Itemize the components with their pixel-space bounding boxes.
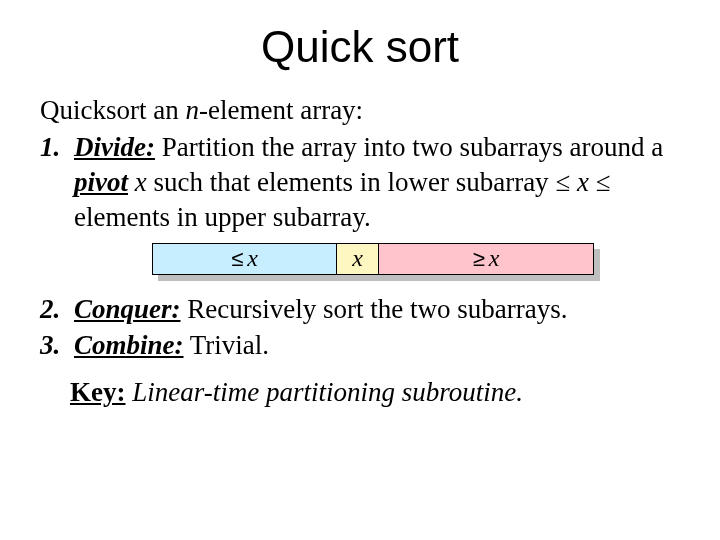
step-keyword: Divide:	[74, 132, 155, 162]
diagram-row: ≤ x x ≥ x	[152, 243, 594, 275]
leq-symbol: ≤	[596, 167, 611, 197]
x-variable: x	[352, 243, 363, 274]
space	[128, 167, 135, 197]
step-keyword: Conquer:	[74, 294, 181, 324]
step-text: elements in upper subarray.	[74, 202, 371, 232]
step-combine: 3. Combine: Trivial.	[40, 328, 680, 363]
intro-suffix: -element array:	[199, 95, 363, 125]
partition-diagram: ≤ x x ≥ x	[152, 243, 600, 285]
step-body: Combine: Trivial.	[74, 328, 680, 363]
step-text: such that elements in lower subarray	[147, 167, 556, 197]
step-body: Divide: Partition the array into two sub…	[74, 130, 680, 291]
intro-variable-n: n	[185, 95, 199, 125]
step-number: 1.	[40, 130, 74, 291]
leq-icon: ≤	[231, 245, 243, 274]
leq-symbol: ≤	[555, 167, 570, 197]
intro-line: Quicksort an n-element array:	[40, 94, 680, 128]
slide: Quick sort Quicksort an n-element array:…	[0, 0, 720, 408]
steps-list: 1. Divide: Partition the array into two …	[40, 130, 680, 363]
key-text: Linear-time partitioning subroutine.	[125, 377, 522, 407]
key-label: Key:	[70, 377, 125, 407]
step-conquer: 2. Conquer: Recursively sort the two sub…	[40, 292, 680, 327]
step-text: Partition the array into two subarrays a…	[155, 132, 663, 162]
step-text: Recursively sort the two subarrays.	[181, 294, 568, 324]
cell-pivot: x	[337, 244, 379, 274]
step-text: Trivial.	[184, 330, 270, 360]
step-body: Conquer: Recursively sort the two subarr…	[74, 292, 680, 327]
slide-title: Quick sort	[40, 22, 680, 72]
cell-lower-subarray: ≤ x	[153, 244, 337, 274]
intro-prefix: Quicksort an	[40, 95, 185, 125]
key-line: Key: Linear-time partitioning subroutine…	[70, 377, 680, 408]
step-divide: 1. Divide: Partition the array into two …	[40, 130, 680, 291]
pivot-variable: x	[135, 167, 147, 197]
x-variable: x	[489, 243, 500, 274]
x-variable: x	[247, 243, 258, 274]
geq-icon: ≥	[473, 245, 485, 274]
step-keyword: Combine:	[74, 330, 184, 360]
cell-upper-subarray: ≥ x	[379, 244, 593, 274]
step-number: 2.	[40, 292, 74, 327]
step-number: 3.	[40, 328, 74, 363]
x-variable: x	[570, 167, 595, 197]
pivot-word: pivot	[74, 167, 128, 197]
